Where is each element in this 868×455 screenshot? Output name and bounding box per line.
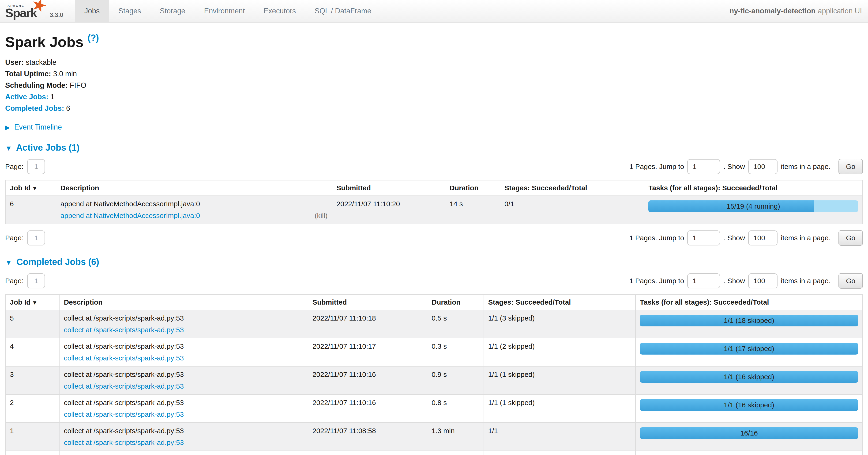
tab-environment[interactable]: Environment: [194, 0, 254, 22]
items-per-page-input[interactable]: [748, 159, 777, 174]
chevron-right-icon: ▶: [5, 124, 10, 131]
jump-to-input[interactable]: [687, 159, 720, 174]
sort-arrow-icon: ▼: [32, 185, 37, 192]
go-button[interactable]: Go: [838, 159, 863, 174]
header-job-id[interactable]: Job Id▼: [5, 294, 59, 310]
header-duration[interactable]: Duration: [445, 180, 500, 196]
application-name: ny-tlc-anomaly-detection application UI: [730, 0, 868, 22]
job-description-line2: collect at /spark-scripts/spark-ad.py:53: [64, 438, 304, 447]
header-duration[interactable]: Duration: [427, 294, 484, 310]
job-submitted-cell: 2022/11/07 11:10:16: [308, 395, 427, 423]
completed-jobs-link[interactable]: Completed Jobs:: [5, 104, 64, 112]
show-text: . Show: [723, 277, 745, 285]
job-detail-link[interactable]: collect at /spark-scripts/spark-ad.py:53: [64, 326, 184, 334]
spark-version: 3.3.0: [50, 11, 63, 20]
header-tasks[interactable]: Tasks (for all stages): Succeeded/Total: [644, 180, 863, 196]
items-text: items in a page.: [781, 163, 831, 171]
header-stages[interactable]: Stages: Succeeded/Total: [484, 294, 636, 310]
job-description-cell: collect at /spark-scripts/spark-ad.py:53…: [59, 423, 308, 451]
job-stages-cell: 1/1 (1 skipped): [484, 395, 636, 423]
go-button[interactable]: Go: [838, 273, 863, 289]
job-detail-link[interactable]: collect at /spark-scripts/spark-ad.py:53: [64, 438, 184, 447]
completed-jobs-count: 6: [66, 104, 70, 112]
job-detail-link[interactable]: collect at /spark-scripts/spark-ad.py:53: [64, 382, 184, 390]
job-duration-cell: 0.5 s: [427, 310, 484, 338]
job-row: 6append at NativeMethodAccessorImpl.java…: [5, 196, 863, 224]
kill-link[interactable]: (kill): [315, 212, 328, 220]
job-tasks-cell: 1/1 (18 skipped): [636, 310, 863, 338]
job-submitted-cell: 2022/11/07 11:10:16: [308, 366, 427, 395]
job-id-cell: 1: [5, 423, 59, 451]
tasks-progress-bar: 1/1 (17 skipped): [640, 343, 858, 354]
tab-executors[interactable]: Executors: [254, 0, 305, 22]
active-pagination-top: Page: 1 Pages. Jump to . Show items in a…: [5, 159, 863, 174]
header-tasks[interactable]: Tasks (for all stages): Succeeded/Total: [636, 294, 863, 310]
job-description-cell: collect at /spark-scripts/spark-ad.py:53…: [59, 310, 308, 338]
completed-pagination-top: Page: 1 Pages. Jump to . Show items in a…: [5, 273, 863, 289]
jump-to-input[interactable]: [687, 274, 720, 288]
tab-sql-dataframe[interactable]: SQL / DataFrame: [305, 0, 381, 22]
nav-tabs: Jobs Stages Storage Environment Executor…: [75, 0, 381, 22]
job-submitted-cell: 2022/11/07 11:10:20: [332, 196, 445, 224]
sort-arrow-icon: ▼: [32, 300, 37, 306]
chevron-down-icon: ▼: [5, 259, 12, 266]
tasks-progress-bar: 1/1 (16 skipped): [640, 371, 858, 383]
items-per-page-input[interactable]: [748, 274, 777, 288]
completed-table-header-row: Job Id▼ Description Submitted Duration S…: [5, 294, 863, 310]
page-number-input[interactable]: [27, 274, 45, 288]
header-job-id[interactable]: Job Id▼: [5, 180, 56, 196]
active-jobs-count: 1: [51, 93, 54, 101]
tab-jobs[interactable]: Jobs: [75, 0, 109, 22]
progress-label: 16/16: [640, 427, 858, 439]
header-submitted[interactable]: Submitted: [308, 294, 427, 310]
active-jobs-section-toggle[interactable]: ▼ Active Jobs (1): [5, 143, 863, 153]
help-link[interactable]: (?): [87, 33, 99, 43]
job-description-cell: append at NativeMethodAccessorImpl.java:…: [56, 196, 332, 224]
page-indicator: Page:: [5, 274, 45, 288]
main-content: Spark Jobs (?) User: stackable Total Upt…: [0, 33, 868, 455]
application-name-value: ny-tlc-anomaly-detection: [730, 7, 815, 15]
chevron-down-icon: ▼: [5, 144, 12, 152]
application-name-suffix: application UI: [818, 7, 862, 15]
page-number-input[interactable]: [27, 159, 45, 174]
job-description-cell: collect at /spark-scripts/spark-ad.py:53…: [59, 366, 308, 395]
pagination-controls: 1 Pages. Jump to . Show items in a page.…: [626, 159, 863, 174]
job-duration-cell: 0.8 s: [427, 395, 484, 423]
jump-to-input[interactable]: [687, 230, 720, 246]
job-detail-link[interactable]: append at NativeMethodAccessorImpl.java:…: [60, 212, 200, 220]
job-description-text: collect at /spark-scripts/spark-ad.py:53: [64, 342, 304, 350]
page-number-input[interactable]: [27, 230, 45, 246]
header-description[interactable]: Description: [56, 180, 332, 196]
job-duration-cell: 39 s: [427, 451, 484, 455]
job-stages-cell: 1/1: [484, 451, 636, 455]
progress-label: 1/1 (17 skipped): [640, 343, 858, 354]
header-submitted[interactable]: Submitted: [332, 180, 445, 196]
tab-storage[interactable]: Storage: [151, 0, 195, 22]
tab-stages[interactable]: Stages: [109, 0, 151, 22]
summary-active-jobs: Active Jobs: 1: [5, 93, 863, 101]
page-label: Page:: [5, 277, 24, 285]
job-submitted-cell: 2022/11/07 11:08:15: [308, 451, 427, 455]
job-row: 3collect at /spark-scripts/spark-ad.py:5…: [5, 366, 863, 395]
spark-logo[interactable]: ★ APACHE Spark 3.3.0: [0, 0, 70, 22]
tasks-progress-bar: 15/19 (4 running): [648, 200, 858, 212]
header-stages[interactable]: Stages: Succeeded/Total: [500, 180, 644, 196]
job-detail-link[interactable]: collect at /spark-scripts/spark-ad.py:53: [64, 354, 184, 362]
job-id-cell: 6: [5, 196, 56, 224]
job-detail-link[interactable]: collect at /spark-scripts/spark-ad.py:53: [64, 410, 184, 418]
completed-jobs-section-toggle[interactable]: ▼ Completed Jobs (6): [5, 257, 863, 267]
job-id-cell: 5: [5, 310, 59, 338]
active-pagination-bottom: Page: 1 Pages. Jump to . Show items in a…: [5, 230, 863, 246]
spark-logo-graphic: ★ APACHE Spark: [5, 0, 40, 20]
header-description[interactable]: Description: [59, 294, 308, 310]
go-button[interactable]: Go: [838, 230, 863, 246]
job-description-cell: collect at /spark-scripts/spark-ad.py:53…: [59, 395, 308, 423]
job-id-cell: 0: [5, 451, 59, 455]
progress-label: 15/19 (4 running): [648, 200, 858, 212]
pages-jump-text: 1 Pages. Jump to: [629, 234, 684, 242]
event-timeline-toggle[interactable]: ▶ Event Timeline: [5, 123, 863, 132]
active-jobs-link[interactable]: Active Jobs:: [5, 93, 48, 101]
job-description-text: collect at /spark-scripts/spark-ad.py:53: [64, 314, 304, 322]
items-per-page-input[interactable]: [748, 230, 777, 246]
job-tasks-cell: 15/19 (4 running): [644, 196, 863, 224]
